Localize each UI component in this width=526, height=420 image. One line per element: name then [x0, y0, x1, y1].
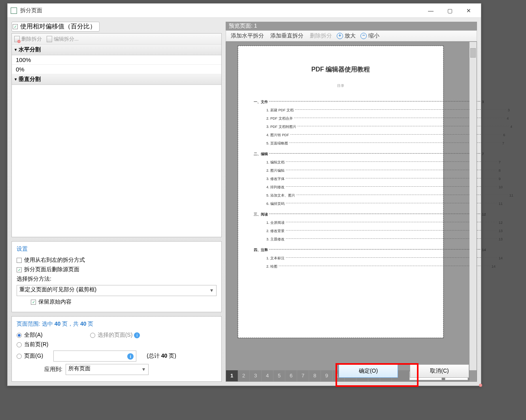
- checkbox-icon: [31, 300, 36, 305]
- page-thumbnail[interactable]: PDF 编辑器使用教程 目录 一、文件31. 新建 PDF 文档32. PDF …: [238, 46, 443, 338]
- radio-icon: [17, 333, 22, 338]
- delete-split-button[interactable]: − 删除拆分: [14, 36, 42, 43]
- toc-line: 四、注释14: [254, 248, 428, 253]
- checkbox-icon: [17, 267, 22, 272]
- delete-source-checkbox[interactable]: 拆分页面后删除源页面: [17, 266, 79, 273]
- settings-panel: 设置 使用从右到左的拆分方式 拆分页面后删除源页面 选择拆分方法: 重定义页面的…: [11, 241, 222, 312]
- doc-title: PDF 编辑器使用教程: [254, 66, 428, 74]
- toc-list: 一、文件31. 新建 PDF 文档32. PDF 文档合并43. PDF 文档转…: [254, 99, 428, 269]
- doc-subtitle: 目录: [254, 83, 428, 88]
- toc-line: 二、编辑7: [254, 152, 428, 157]
- info-icon: i: [134, 332, 140, 338]
- page-tab[interactable]: 3: [250, 370, 262, 381]
- toc-line: 2. 绘图14: [254, 264, 428, 269]
- page-tab[interactable]: 9: [321, 370, 333, 381]
- apply-to-select[interactable]: 所有页面: [66, 364, 149, 375]
- toc-line: 4. 排列修改10: [254, 185, 428, 190]
- toc-line: 1. 新建 PDF 文档3: [254, 108, 428, 113]
- vertical-split-header[interactable]: 垂直分割: [12, 74, 221, 85]
- page-tab[interactable]: 6: [285, 370, 297, 381]
- range-title: 页面范围: 选中 40 页，共 40 页: [17, 321, 217, 328]
- radio-icon: [17, 354, 22, 359]
- zoom-in-button[interactable]: +放大: [337, 32, 356, 39]
- total-pages-label: (总计 40 页): [147, 352, 176, 360]
- method-label: 选择拆分方法:: [17, 276, 217, 283]
- ok-button[interactable]: 确定(O): [339, 364, 398, 378]
- toc-line: 2. PDF 文档合并4: [254, 116, 428, 121]
- toc-line: 1. 全屏阅读12: [254, 220, 428, 225]
- toc-line: 1. 文本标注14: [254, 256, 428, 261]
- doc-minus-icon: −: [14, 36, 20, 42]
- toc-line: 3. 修改字体9: [254, 176, 428, 182]
- relative-offset-label: 使用相对偏移值（百分比）: [20, 22, 96, 31]
- splits-empty-area: [12, 85, 221, 237]
- scrollbar-thumb[interactable]: [470, 48, 476, 58]
- apply-to-label: 应用到:: [44, 366, 62, 373]
- split-pages-dialog: 拆分页面 — ▢ ✕ 使用相对偏移值（百分比） − 删除拆分: [7, 3, 481, 386]
- info-icon: i: [127, 353, 134, 360]
- toc-line: 4. 图片转 PDF6: [254, 133, 428, 138]
- split-row[interactable]: 100%: [12, 55, 221, 65]
- radio-selected-pages[interactable]: 选择的页面(S) i: [90, 332, 140, 339]
- vertical-scrollbar[interactable]: [469, 42, 477, 370]
- plus-icon: +: [337, 33, 343, 39]
- relative-offset-toggle[interactable]: 使用相对偏移值（百分比）: [11, 22, 100, 32]
- toc-line: 三、阅读12: [254, 212, 428, 217]
- radio-icon: [90, 333, 95, 338]
- edit-split-button[interactable]: 编辑拆分...: [47, 36, 79, 43]
- page-range-panel: 页面范围: 选中 40 页，共 40 页 全部(A) 选择的页面(S) i 当前…: [11, 316, 222, 382]
- add-vertical-split-button[interactable]: 添加垂直拆分: [269, 32, 304, 39]
- preview-area: PDF 编辑器使用教程 目录 一、文件31. 新建 PDF 文档32. PDF …: [226, 41, 477, 382]
- window-title: 拆分页面: [20, 7, 422, 14]
- close-button[interactable]: ✕: [460, 5, 478, 17]
- checkbox-icon: [17, 258, 22, 263]
- add-horizontal-split-button[interactable]: 添加水平拆分: [229, 32, 264, 39]
- app-icon: [11, 8, 17, 14]
- page-tab[interactable]: 1: [226, 370, 238, 381]
- minus-icon: −: [360, 33, 367, 39]
- preview-toolbar: 添加水平拆分 添加垂直拆分 −删除拆分 +放大 −缩小: [226, 30, 477, 41]
- page-tab[interactable]: 5: [273, 370, 285, 381]
- split-row[interactable]: 0%: [12, 65, 221, 74]
- radio-icon: [17, 342, 22, 347]
- settings-title: 设置: [17, 246, 217, 253]
- page-tab[interactable]: 2: [238, 370, 250, 381]
- rtl-checkbox[interactable]: 使用从右到左的拆分方式: [17, 257, 85, 264]
- radio-current[interactable]: 当前页(R): [17, 341, 48, 348]
- toc-line: 2. 修改背景13: [254, 229, 428, 234]
- zoom-out-button[interactable]: −缩小: [360, 32, 379, 39]
- toc-line: 2. 图片编辑8: [254, 168, 428, 173]
- toc-line: 一、文件3: [254, 99, 428, 105]
- page-tab[interactable]: 8: [309, 370, 321, 381]
- page-tab[interactable]: 4: [262, 370, 273, 381]
- titlebar: 拆分页面 — ▢ ✕: [8, 4, 481, 18]
- delete-split-button[interactable]: −删除拆分: [308, 32, 332, 39]
- cancel-button[interactable]: 取消(C): [410, 364, 469, 378]
- preview-title: 预览页面: 1: [226, 22, 477, 30]
- splits-toolbar: − 删除拆分 编辑拆分...: [12, 34, 221, 45]
- pages-input[interactable]: i: [53, 351, 136, 362]
- checkbox-icon: [13, 24, 18, 29]
- minimize-button[interactable]: —: [422, 5, 440, 17]
- radio-pages[interactable]: 页面(G): [17, 352, 43, 360]
- splits-list-panel: − 删除拆分 编辑拆分... 水平分割 100% 0% 垂直分割: [11, 33, 222, 237]
- keep-original-checkbox[interactable]: 保留原始内容: [31, 298, 72, 306]
- horizontal-split-header[interactable]: 水平分割: [12, 45, 221, 55]
- maximize-button[interactable]: ▢: [441, 5, 459, 17]
- toc-line: 5. 添加文本、图片11: [254, 193, 428, 198]
- toc-line: 5. 页面缩略图7: [254, 141, 428, 146]
- split-method-select[interactable]: 重定义页面的可见部分 (裁剪框): [17, 285, 217, 296]
- toc-line: 3. PDF 文档转图片4: [254, 124, 428, 129]
- radio-all[interactable]: 全部(A): [17, 332, 43, 339]
- toc-line: 3. 主题修改13: [254, 237, 428, 242]
- toc-line: 6. 编排页码11: [254, 201, 428, 206]
- page-tab[interactable]: 7: [297, 370, 309, 381]
- doc-edit-icon: [47, 36, 52, 42]
- toc-line: 1. 编辑文档7: [254, 160, 428, 165]
